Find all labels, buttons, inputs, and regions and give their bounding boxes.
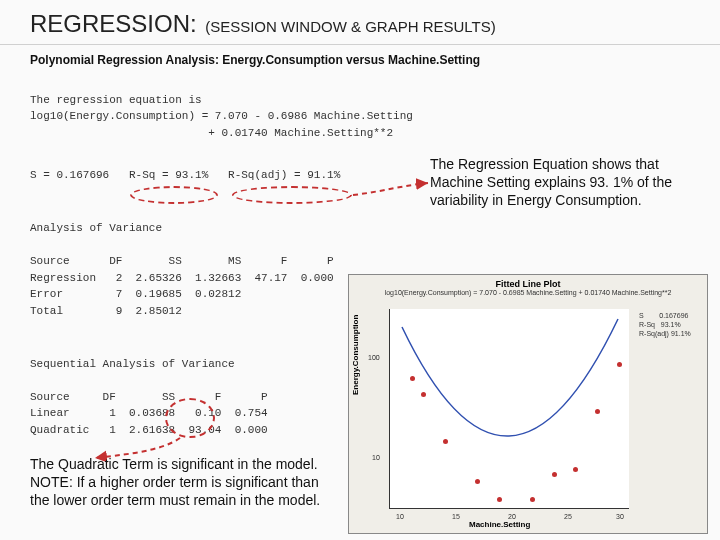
fitted-curve: [390, 309, 630, 509]
annotation-rsq: The Regression Equation shows that Machi…: [430, 155, 685, 210]
seq-anova-row: Linear 1 0.03688 0.10 0.754: [30, 407, 268, 419]
plot-legend: S 0.167696 R-Sq 93.1% R-Sq(adj) 91.1%: [639, 311, 701, 338]
data-point: [617, 362, 622, 367]
title-main: REGRESSION:: [30, 10, 197, 37]
anova-title: Analysis of Variance: [30, 222, 162, 234]
plot-ylabel: Energy.Consumption: [351, 315, 360, 395]
slide-title-bar: REGRESSION: (SESSION WINDOW & GRAPH RESU…: [0, 0, 720, 45]
plot-xlabel: Machine.Setting: [469, 520, 530, 529]
equation-block: The regression equation is log10(Energy.…: [0, 71, 720, 145]
anova-row: Error 7 0.19685 0.02812: [30, 288, 241, 300]
anova-header: Source DF SS MS F P: [30, 255, 334, 267]
anova-row: Regression 2 2.65326 1.32663 47.17 0.000: [30, 272, 334, 284]
x-tick: 20: [508, 513, 516, 520]
eq-line2: + 0.01740 Machine.Setting**2: [30, 127, 393, 139]
highlight-quadratic-circle: [165, 398, 215, 438]
fitted-line-plot: Fitted Line Plot log10(Energy.Consumptio…: [348, 274, 708, 534]
eq-intro: The regression equation is: [30, 94, 202, 106]
plot-title: Fitted Line Plot: [349, 275, 707, 289]
seq-anova-header: Source DF SS F P: [30, 391, 268, 403]
plot-area: 10 100 10 15 20 25 30: [389, 309, 629, 509]
data-point: [530, 497, 535, 502]
eq-line1: log10(Energy.Consumption) = 7.070 - 0.69…: [30, 110, 413, 122]
seq-anova-row: Quadratic 1 2.61638 93.04 0.000: [30, 424, 268, 436]
y-tick: 100: [368, 354, 380, 361]
highlight-rsq-circle: [130, 186, 218, 204]
data-point: [443, 439, 448, 444]
data-point: [497, 497, 502, 502]
plot-subtitle: log10(Energy.Consumption) = 7.070 - 0.69…: [349, 289, 707, 298]
data-point: [421, 392, 426, 397]
x-tick: 10: [396, 513, 404, 520]
annotation-quadratic: The Quadratic Term is significant in the…: [30, 455, 330, 510]
anova-row: Total 9 2.85012: [30, 305, 182, 317]
analysis-header: Polynomial Regression Analysis: Energy.C…: [0, 45, 720, 71]
seq-anova-title: Sequential Analysis of Variance: [30, 358, 235, 370]
y-tick: 10: [372, 454, 380, 461]
highlight-rsqadj-circle: [232, 186, 352, 204]
data-point: [410, 376, 415, 381]
x-tick: 25: [564, 513, 572, 520]
x-tick: 15: [452, 513, 460, 520]
x-tick: 30: [616, 513, 624, 520]
title-sub: (SESSION WINDOW & GRAPH RESULTS): [205, 18, 496, 35]
